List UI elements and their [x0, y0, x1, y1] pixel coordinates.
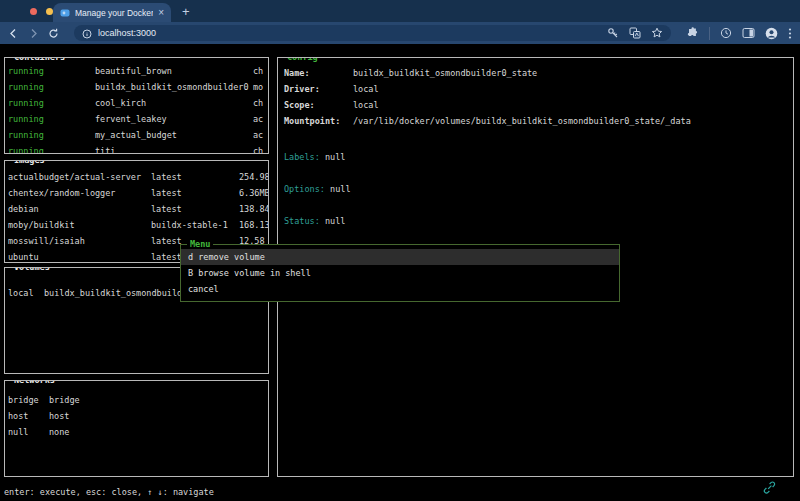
- volume-driver: local: [8, 285, 34, 301]
- minimize-window-button[interactable]: [46, 8, 53, 15]
- network-row[interactable]: bridgebridge: [5, 392, 268, 408]
- menu-popup: Menu d remove volume B browse volume in …: [180, 244, 620, 302]
- image-tag: buildx-stable-1: [151, 217, 228, 233]
- container-name: my_actual_budget: [95, 127, 177, 143]
- menu-item-cancel[interactable]: cancel: [181, 281, 619, 297]
- config-key: Name:: [284, 65, 310, 81]
- config-key: Labels:: [284, 152, 320, 162]
- container-status: running: [8, 95, 44, 111]
- reload-button[interactable]: [48, 28, 59, 39]
- image-tag: latest: [151, 169, 182, 185]
- container-name: cool_kirch: [95, 95, 146, 111]
- volumes-panel-title: Volumes: [11, 267, 53, 272]
- image-name: moby/buildkit: [8, 217, 75, 233]
- config-key: Scope:: [284, 97, 315, 113]
- container-row[interactable]: runningcool_kirchch: [5, 95, 268, 111]
- image-tag: latest: [151, 201, 182, 217]
- image-size: 6.36MB: [239, 185, 269, 201]
- container-row[interactable]: runningmy_actual_budgetac: [5, 127, 268, 143]
- container-row[interactable]: runningbeautiful_brownch: [5, 63, 268, 79]
- menu-item-browse-volume-in-shell[interactable]: B browse volume in shell: [181, 265, 619, 281]
- container-row[interactable]: runningbuildx_buildkit_osmondbuilder0mo: [5, 79, 268, 95]
- config-field: Status: null: [278, 213, 793, 229]
- config-key: Driver:: [284, 81, 320, 97]
- container-status: running: [8, 143, 44, 154]
- container-row[interactable]: runningtitich: [5, 143, 268, 154]
- image-name: debian: [8, 201, 39, 217]
- menu-item-remove-volume[interactable]: d remove volume: [181, 249, 619, 265]
- images-panel-title: Images: [11, 160, 48, 165]
- browser-tab-bar: Manage your Docker fleet w × +: [0, 0, 800, 22]
- network-name: null: [8, 424, 28, 440]
- image-name: actualbudget/actual-server: [8, 169, 141, 185]
- keybinding-status-bar: enter: execute, esc: close, ↑ ↓: navigat…: [4, 484, 214, 500]
- config-field: Options: null: [278, 181, 793, 197]
- container-status: running: [8, 79, 44, 95]
- container-status: running: [8, 63, 44, 79]
- menu-kebab-icon[interactable]: [788, 27, 792, 40]
- network-driver: none: [49, 424, 69, 440]
- network-name: host: [8, 408, 28, 424]
- image-row[interactable]: moby/buildkitbuildx-stable-1168.13: [5, 217, 268, 233]
- image-name: ubuntu: [8, 249, 39, 263]
- config-value: local: [353, 81, 379, 97]
- image-size: 168.13: [239, 217, 269, 233]
- browser-tab[interactable]: Manage your Docker fleet w ×: [53, 3, 171, 22]
- config-field: Mountpoint:/var/lib/docker/volumes/build…: [278, 113, 793, 129]
- network-row[interactable]: nullnone: [5, 424, 268, 440]
- image-row[interactable]: chentex/random-loggerlatest6.36MB: [5, 185, 268, 201]
- extensions-puzzle-icon[interactable]: [687, 27, 699, 39]
- image-row[interactable]: debianlatest138.84: [5, 201, 268, 217]
- address-bar[interactable]: localhost:3000: [74, 25, 671, 41]
- config-value: local: [353, 97, 379, 113]
- containers-panel[interactable]: Containers runningbeautiful_brownch runn…: [4, 57, 269, 154]
- config-value: null: [325, 216, 345, 226]
- container-name: buildx_buildkit_osmondbuilder0: [95, 79, 249, 95]
- networks-panel[interactable]: Networks bridgebridge hosthost nullnone: [4, 380, 269, 477]
- docker-tui-page: Containers runningbeautiful_brownch runn…: [0, 44, 800, 501]
- forward-button[interactable]: [28, 28, 39, 39]
- password-key-icon[interactable]: [607, 27, 619, 39]
- container-image: ch: [253, 95, 263, 111]
- bookmark-star-icon[interactable]: [651, 27, 663, 39]
- image-tag: latest: [151, 233, 182, 249]
- image-name: chentex/random-logger: [8, 185, 115, 201]
- tab-close-icon[interactable]: ×: [158, 8, 164, 18]
- container-image: ch: [253, 143, 263, 154]
- site-info-icon[interactable]: [82, 24, 92, 43]
- network-row[interactable]: hosthost: [5, 408, 268, 424]
- config-value: null: [330, 184, 350, 194]
- profile-avatar[interactable]: [765, 27, 778, 40]
- image-size: 254.98: [239, 169, 269, 185]
- image-row[interactable]: actualbudget/actual-serverlatest254.98: [5, 169, 268, 185]
- config-field: Scope:local: [278, 97, 793, 113]
- config-key: Mountpoint:: [284, 113, 340, 129]
- container-image: ac: [253, 111, 263, 127]
- container-image: ac: [253, 127, 263, 143]
- config-key: Options:: [284, 184, 325, 194]
- new-tab-button[interactable]: +: [178, 3, 194, 21]
- link-icon[interactable]: [763, 481, 776, 496]
- image-tag: latest: [151, 185, 182, 201]
- container-row[interactable]: runningfervent_leakeyac: [5, 111, 268, 127]
- side-panel-icon[interactable]: [742, 27, 755, 39]
- browser-window: Manage your Docker fleet w × + localhost…: [0, 0, 800, 501]
- container-image: ch: [253, 63, 263, 79]
- container-name: beautiful_brown: [95, 63, 172, 79]
- container-status: running: [8, 111, 44, 127]
- back-button[interactable]: [8, 28, 19, 39]
- config-field: Name:buildx_buildkit_osmondbuilder0_stat…: [278, 65, 793, 81]
- history-clock-icon[interactable]: [720, 27, 732, 39]
- image-name: mosswill/isaiah: [8, 233, 85, 249]
- browser-toolbar: localhost:3000: [0, 22, 800, 44]
- containers-panel-title: Containers: [11, 57, 68, 62]
- image-size: 138.84: [239, 201, 269, 217]
- image-tag: latest: [151, 249, 182, 263]
- networks-panel-title: Networks: [11, 380, 58, 385]
- container-status: running: [8, 127, 44, 143]
- config-field: Labels: null: [278, 149, 793, 165]
- close-window-button[interactable]: [30, 8, 37, 15]
- translate-icon[interactable]: [629, 27, 641, 39]
- config-value: buildx_buildkit_osmondbuilder0_state: [353, 65, 537, 81]
- url-text[interactable]: localhost:3000: [98, 28, 156, 38]
